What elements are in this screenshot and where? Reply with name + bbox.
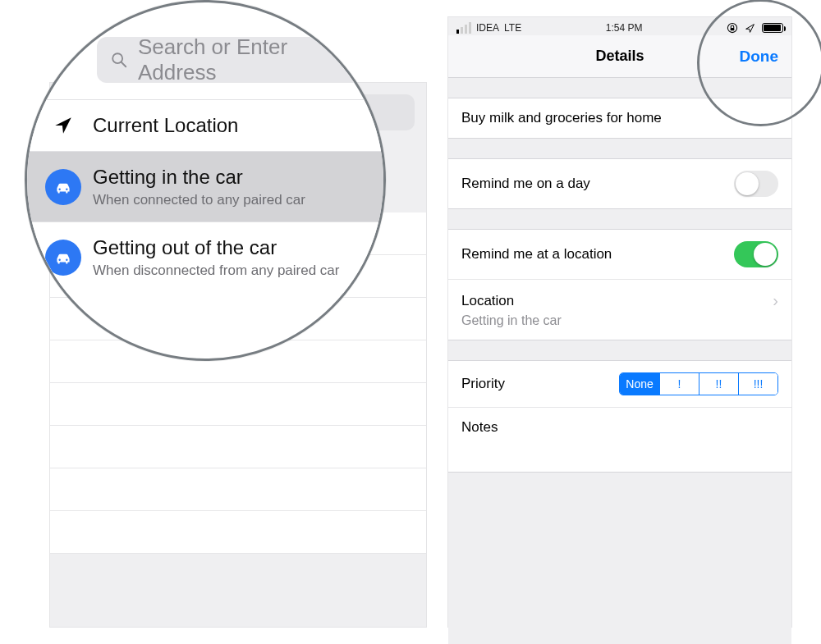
- svg-rect-9: [731, 28, 735, 30]
- priority-option-med[interactable]: !!: [699, 373, 738, 395]
- remind-at-location-label: Remind me at a location: [461, 246, 612, 263]
- done-button[interactable]: Done: [740, 48, 779, 66]
- option-title: Getting out of the car: [93, 235, 340, 260]
- remind-at-location-cell[interactable]: Remind me at a location: [448, 229, 791, 279]
- option-current-location[interactable]: Current Location: [27, 99, 383, 151]
- network-label: LTE: [504, 22, 521, 34]
- remind-on-day-cell[interactable]: Remind me on a day: [448, 158, 791, 209]
- details-content: Buy milk and groceries for home Remind m…: [448, 78, 791, 644]
- search-icon: [110, 51, 128, 69]
- reminder-title-text: Buy milk and groceries for home: [461, 110, 662, 126]
- priority-label: Priority: [461, 376, 505, 392]
- location-options-list: Current Location Getting in the car When…: [27, 99, 383, 293]
- search-placeholder: Search or Enter Address: [138, 34, 354, 85]
- notes-cell[interactable]: Notes: [448, 407, 791, 473]
- signal-bars-icon: [456, 22, 471, 34]
- status-bar-right: IDEA LTE 1:54 PM: [448, 17, 791, 35]
- battery-icon: [337, 17, 359, 27]
- svg-point-4: [58, 188, 60, 190]
- remind-on-day-toggle[interactable]: [734, 171, 778, 197]
- svg-line-3: [122, 62, 126, 67]
- priority-option-low[interactable]: !: [659, 373, 699, 395]
- svg-point-6: [58, 258, 60, 260]
- reminder-title-cell[interactable]: Buy milk and groceries for home: [448, 98, 791, 139]
- battery-icon: [762, 23, 783, 33]
- option-getting-in-car[interactable]: Getting in the car When connected to any…: [27, 151, 383, 222]
- location-arrow-icon: [317, 16, 329, 29]
- svg-point-0: [297, 17, 308, 28]
- left-screenshot: Search or Enter Address Current Location: [0, 0, 443, 644]
- location-arrow-icon: [745, 23, 755, 34]
- option-title: Current Location: [93, 113, 238, 138]
- navbar: Details Done: [448, 35, 791, 78]
- option-title: Getting in the car: [93, 165, 305, 190]
- location-arrow-icon: [45, 107, 81, 144]
- magnifier-left: Search or Enter Address Current Location: [25, 0, 386, 361]
- orientation-lock-icon: [727, 22, 738, 34]
- svg-point-5: [66, 188, 67, 190]
- svg-rect-1: [300, 22, 304, 25]
- remind-on-day-label: Remind me on a day: [461, 176, 590, 192]
- orientation-lock-icon: [296, 16, 309, 29]
- priority-cell[interactable]: Priority None ! !! !!!: [448, 360, 791, 407]
- navbar-title: Details: [595, 48, 644, 65]
- remind-at-location-toggle[interactable]: [734, 241, 778, 267]
- notes-label: Notes: [461, 419, 498, 435]
- search-input[interactable]: Search or Enter Address: [97, 37, 367, 83]
- right-screenshot: IDEA LTE 1:54 PM Details Done Buy milk a…: [447, 16, 792, 628]
- option-subtitle: When disconnected from any paired car: [93, 262, 340, 279]
- status-bar-left: [296, 16, 359, 29]
- magnifier-circle: Search or Enter Address Current Location: [25, 0, 386, 361]
- carrier-label: IDEA: [476, 22, 499, 34]
- location-label: Location: [461, 293, 514, 309]
- location-value: Getting in the car: [461, 313, 562, 328]
- option-subtitle: When connected to any paired car: [93, 191, 305, 208]
- option-getting-out-car[interactable]: Getting out of the car When disconnected…: [27, 222, 383, 292]
- priority-segmented[interactable]: None ! !! !!!: [619, 372, 778, 395]
- car-icon: [45, 240, 81, 276]
- svg-point-7: [66, 258, 67, 260]
- clock-label: 1:54 PM: [606, 22, 643, 34]
- priority-option-none[interactable]: None: [620, 373, 659, 395]
- chevron-right-icon: ›: [773, 291, 778, 310]
- location-cell[interactable]: Location › Getting in the car: [448, 279, 791, 340]
- priority-option-high[interactable]: !!!: [738, 373, 777, 395]
- car-icon: [45, 169, 81, 205]
